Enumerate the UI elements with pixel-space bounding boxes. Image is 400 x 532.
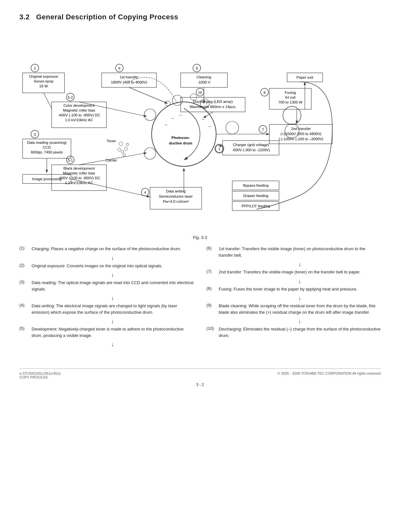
svg-point-45 xyxy=(126,143,129,146)
svg-text:Xenon lamp: Xenon lamp xyxy=(34,79,53,83)
svg-text:–: – xyxy=(202,116,205,122)
svg-text:1st transfer: 1st transfer xyxy=(120,75,138,79)
svg-text:4: 4 xyxy=(144,191,146,194)
list-item: (2) Original exposure: Converts images o… xyxy=(19,263,194,269)
svg-point-44 xyxy=(121,151,124,153)
fig-label: Fig. 3-3 xyxy=(19,235,381,240)
svg-point-42 xyxy=(119,142,123,146)
svg-text:5-1: 5-1 xyxy=(68,158,73,162)
svg-line-109 xyxy=(79,153,147,165)
svg-point-37 xyxy=(172,95,183,105)
arrow-down: ↓ xyxy=(219,278,381,285)
svg-line-96 xyxy=(44,93,52,108)
svg-text:16 W: 16 W xyxy=(39,84,48,88)
svg-text:-400V (-100 to -900V) DC: -400V (-100 to -900V) DC xyxy=(58,113,100,117)
svg-point-46 xyxy=(118,148,121,151)
svg-point-38 xyxy=(226,121,239,134)
svg-point-40 xyxy=(190,94,197,100)
desc-col-left: (1) Charging: Places a negative charge o… xyxy=(19,246,194,349)
desc-col-right: (6) 1st transfer: Transfers the visible … xyxy=(206,246,381,349)
svg-text:Magnetic roller bias: Magnetic roller bias xyxy=(63,171,95,175)
list-item: (1) Charging: Places a negative charge o… xyxy=(19,246,194,252)
list-item: (8) Fusing: Fuses the toner image to the… xyxy=(206,286,381,292)
svg-text:1.0 kV/10kHz AC: 1.0 kV/10kHz AC xyxy=(65,118,93,122)
svg-text:1: 1 xyxy=(218,147,220,151)
svg-text:1.2 kV/10kHz AC: 1.2 kV/10kHz AC xyxy=(65,181,93,185)
svg-text:–: – xyxy=(171,115,174,121)
svg-line-98 xyxy=(71,179,150,197)
process-diagram: 2 Original exposure Xenon lamp 16 W 3 Da… xyxy=(19,31,381,231)
svg-text:2: 2 xyxy=(34,66,36,70)
svg-point-71 xyxy=(283,106,301,124)
svg-point-47 xyxy=(123,154,125,156)
footer-right: © 2005 - 2008 TOSHIBA TEC CORPORATION Al… xyxy=(277,371,381,379)
svg-text:6: 6 xyxy=(118,66,120,70)
svg-text:–: – xyxy=(165,122,167,127)
list-item: (4) Data writing: The electrical image s… xyxy=(19,303,194,315)
list-item: (7) 2nd transfer: Transfers the visible … xyxy=(206,269,381,275)
footer-left: e-STUDIO281c/351c/451c COPY PROCESS xyxy=(19,371,61,379)
svg-text:-400V (-100 to -900V) DC: -400V (-100 to -900V) DC xyxy=(58,176,100,180)
arrow-down: ↓ xyxy=(219,295,381,301)
svg-text:Cleaning: Cleaning xyxy=(196,75,211,79)
svg-text:Photocon-: Photocon- xyxy=(172,136,190,140)
list-item: (3) Data reading: The optical image sign… xyxy=(19,280,194,292)
svg-text:Paper exit: Paper exit xyxy=(296,75,314,79)
svg-text:Data writing: Data writing xyxy=(166,189,186,193)
svg-text:10: 10 xyxy=(198,91,202,94)
svg-point-43 xyxy=(124,147,127,150)
svg-text:7: 7 xyxy=(262,128,264,132)
svg-text:Drawer feeding: Drawer feeding xyxy=(243,194,268,198)
arrow-down: ↓ xyxy=(32,341,194,348)
svg-text:(-)-1000V (-100 to –2000V): (-)-1000V (-100 to –2000V) xyxy=(279,137,323,141)
svg-line-107 xyxy=(129,87,168,103)
footer-bar: e-STUDIO281c/351c/451c COPY PROCESS © 20… xyxy=(19,369,381,379)
section-title: 3.2 General Description of Copying Proce… xyxy=(19,13,381,21)
svg-text:Data reading (scanning): Data reading (scanning) xyxy=(27,141,67,144)
svg-text:1800V (400 to 4000V): 1800V (400 to 4000V) xyxy=(111,80,147,84)
svg-text:Bypass feeding: Bypass feeding xyxy=(243,183,269,187)
svg-text:700 to 1300 W: 700 to 1300 W xyxy=(278,100,303,104)
svg-text:CCD: CCD xyxy=(43,145,51,149)
svg-text:600dpi, 7450 pixels: 600dpi, 7450 pixels xyxy=(31,150,63,154)
svg-text:Fusing: Fusing xyxy=(285,91,296,94)
description-section: (1) Charging: Places a negative charge o… xyxy=(19,246,381,349)
svg-text:3: 3 xyxy=(34,133,36,136)
svg-text:Semiconductor laser: Semiconductor laser xyxy=(159,194,193,198)
svg-text:ductive drum: ductive drum xyxy=(169,141,192,145)
arrow-down: ↓ xyxy=(219,261,381,268)
svg-text:–: – xyxy=(208,123,211,129)
svg-text:Magnetic roller bias: Magnetic roller bias xyxy=(63,108,95,112)
arrow-down: ↓ xyxy=(32,255,194,261)
svg-text:–: – xyxy=(179,112,182,117)
list-item: (5) Development: Negatively-charged tone… xyxy=(19,326,194,339)
svg-text:8: 8 xyxy=(264,91,265,94)
arrow-down: ↓ xyxy=(32,318,194,325)
svg-text:(+)1000V (500 to 4800V): (+)1000V (500 to 4800V) xyxy=(281,132,322,136)
svg-text:Toner: Toner xyxy=(107,139,116,143)
svg-text:2nd transfer: 2nd transfer xyxy=(291,127,311,131)
arrow-down: ↓ xyxy=(32,295,194,301)
diagram-area: 2 Original exposure Xenon lamp 16 W 3 Da… xyxy=(19,31,381,232)
svg-text:Wavelength 660nm x 14pcs.: Wavelength 660nm x 14pcs. xyxy=(190,105,236,109)
svg-text:9: 9 xyxy=(196,66,198,70)
list-item: (9) Blade cleaning: While scraping off t… xyxy=(206,303,381,315)
svg-text:Discharging (LED array): Discharging (LED array) xyxy=(193,100,233,103)
svg-text:Original exposure: Original exposure xyxy=(29,74,58,78)
arrow-down: ↓ xyxy=(32,271,194,278)
svg-point-34 xyxy=(144,109,156,121)
svg-text:5-2: 5-2 xyxy=(68,95,73,99)
svg-text:-600V (-300 to -1200V): -600V (-300 to -1200V) xyxy=(232,148,270,152)
svg-text:Image processing: Image processing xyxy=(32,177,62,181)
arrow-down: ↓ xyxy=(219,318,381,325)
page-number: 3 - 2 xyxy=(19,382,381,387)
svg-text:Pw=4.0 nJ/mm²: Pw=4.0 nJ/mm² xyxy=(163,200,189,203)
svg-text:Black development: Black development xyxy=(63,166,95,170)
svg-point-72 xyxy=(285,124,299,138)
svg-point-31 xyxy=(152,102,216,166)
svg-point-35 xyxy=(144,148,156,159)
svg-text:Charger (grid voltage): Charger (grid voltage) xyxy=(233,143,269,147)
svg-text:-1000 V: -1000 V xyxy=(197,80,211,84)
list-item: (6) 1st transfer: Transfers the visible … xyxy=(206,246,381,258)
svg-text:IH coil: IH coil xyxy=(285,95,295,99)
